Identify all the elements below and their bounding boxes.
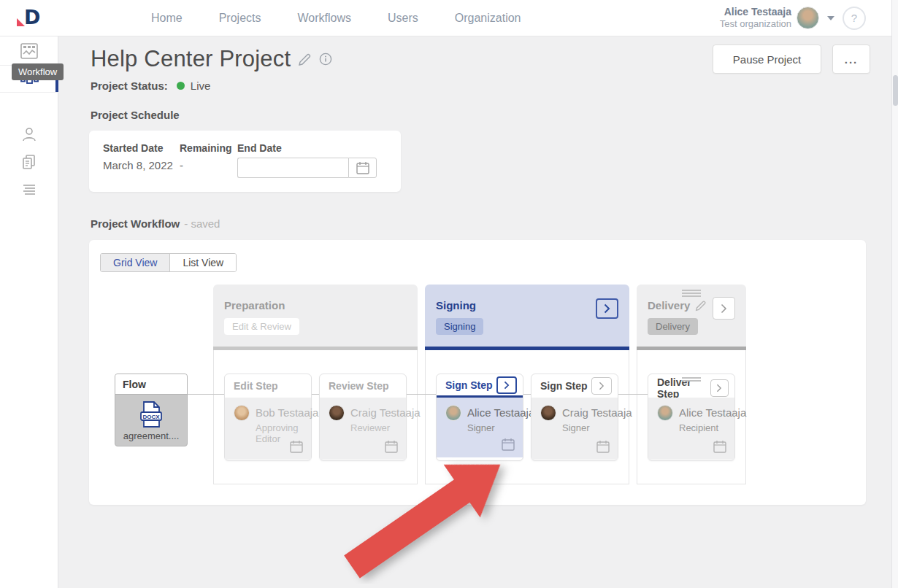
logo-letter: D xyxy=(24,6,40,28)
users-icon xyxy=(21,126,37,142)
question-mark-icon: ? xyxy=(851,12,857,24)
end-date-input[interactable] xyxy=(237,158,348,178)
calendar-icon xyxy=(384,439,399,454)
project-info-button[interactable] xyxy=(319,53,332,66)
step-role: Signer xyxy=(562,422,632,433)
calendar-icon xyxy=(289,439,304,454)
drag-handle-icon[interactable] xyxy=(682,290,701,298)
column-tag: Signing xyxy=(436,318,483,335)
help-button[interactable]: ? xyxy=(843,7,866,30)
chevron-down-icon[interactable] xyxy=(827,16,834,20)
pencil-icon[interactable] xyxy=(695,300,707,312)
remaining-value: - xyxy=(180,159,237,171)
grid-view-tab[interactable]: Grid View xyxy=(101,254,170,271)
step-person: Alice Testaaja xyxy=(467,405,534,421)
documents-icon xyxy=(21,154,37,170)
step-role: Reviewer xyxy=(350,422,421,433)
started-date-label: Started Date xyxy=(103,142,180,154)
step-card-sign[interactable]: Sign Step Craig Testaaja Signer xyxy=(531,374,618,461)
nav-item-organization[interactable]: Organization xyxy=(455,12,521,25)
column-title: Signing xyxy=(436,299,618,312)
calendar-icon xyxy=(356,160,370,175)
calendar-icon xyxy=(596,439,610,454)
column-tag: Delivery xyxy=(648,318,698,335)
step-person: Craig Testaaja xyxy=(350,405,421,421)
step-title: Sign Step xyxy=(445,379,493,391)
step-title: Sign Step xyxy=(540,380,588,392)
sidebar-item-logs[interactable] xyxy=(0,177,58,203)
calendar-icon xyxy=(713,439,727,454)
flow-file-name: agreement.... xyxy=(123,430,180,441)
chevron-right-icon xyxy=(504,381,510,390)
end-date-calendar-button[interactable] xyxy=(348,158,377,178)
step-card-deliver[interactable]: Deliver Step Alice Testaaja Recipient xyxy=(648,374,735,461)
avatar xyxy=(540,405,556,421)
avatar xyxy=(329,405,345,421)
step-title: Review Step xyxy=(329,380,388,392)
step-person: Alice Testaaja xyxy=(679,405,746,421)
dashboard-icon xyxy=(20,43,38,59)
open-column-button[interactable] xyxy=(713,297,735,320)
page-scrollbar[interactable] xyxy=(891,0,898,588)
open-step-button[interactable] xyxy=(496,376,517,394)
docx-file-icon: DOCX xyxy=(139,401,163,428)
step-role: Signer xyxy=(467,422,534,433)
nav-item-home[interactable]: Home xyxy=(151,12,183,25)
step-person: Craig Testaaja xyxy=(562,405,632,421)
chevron-right-icon xyxy=(716,384,722,392)
step-card-review[interactable]: Review Step Craig Testaaja Reviewer xyxy=(319,374,407,461)
main-nav: Home Projects Workflows Users Organizati… xyxy=(151,12,521,25)
view-toggle: Grid View List View xyxy=(100,253,237,272)
nav-item-projects[interactable]: Projects xyxy=(219,12,261,25)
edit-title-button[interactable] xyxy=(298,53,312,66)
pause-project-button[interactable]: Pause Project xyxy=(713,45,821,74)
app-logo[interactable]: D xyxy=(0,7,58,29)
pencil-icon xyxy=(298,53,312,66)
avatar xyxy=(445,405,461,421)
sidebar-item-users[interactable] xyxy=(0,121,58,147)
sidebar-item-documents[interactable] xyxy=(0,149,58,175)
calendar-icon xyxy=(501,437,515,452)
step-role: Approving Editor xyxy=(256,422,318,444)
saved-note: - saved xyxy=(184,217,220,230)
list-view-tab[interactable]: List View xyxy=(170,254,236,271)
page-title: Help Center Project xyxy=(91,46,291,72)
list-icon xyxy=(21,183,37,196)
scrollbar-thumb[interactable] xyxy=(893,75,898,106)
schedule-heading: Project Schedule xyxy=(91,109,891,121)
chevron-right-icon xyxy=(721,303,727,314)
project-status-label: Project Status: xyxy=(91,80,168,92)
open-column-button[interactable] xyxy=(596,298,618,319)
project-status-value: Live xyxy=(191,80,211,92)
end-date-label: End Date xyxy=(237,142,377,154)
sidebar xyxy=(0,36,58,588)
user-organization: Test organization xyxy=(720,18,791,30)
open-step-button[interactable] xyxy=(710,379,729,397)
chevron-right-icon xyxy=(604,303,610,314)
info-icon xyxy=(319,53,332,66)
chevron-right-icon xyxy=(599,382,605,390)
more-actions-button[interactable]: ... xyxy=(832,45,870,74)
step-card-sign-active[interactable]: Sign Step Alice Testaaja Signer xyxy=(436,374,523,461)
workflow-card: Grid View List View Flow DOCX agreement.… xyxy=(89,240,866,505)
column-tag: Edit & Review xyxy=(224,318,299,335)
top-navbar: D Home Projects Workflows Users Organiza… xyxy=(0,0,898,36)
flow-card-title: Flow xyxy=(115,374,187,395)
column-title: Preparation xyxy=(224,299,407,312)
svg-text:DOCX: DOCX xyxy=(142,413,160,419)
user-name: Alice Testaaja xyxy=(720,6,791,19)
avatar xyxy=(657,405,673,421)
user-info: Alice Testaaja Test organization xyxy=(720,6,791,31)
remaining-label: Remaining xyxy=(180,142,237,154)
sidebar-item-dashboard[interactable] xyxy=(0,36,58,66)
nav-item-workflows[interactable]: Workflows xyxy=(297,12,351,25)
nav-item-users[interactable]: Users xyxy=(388,12,418,25)
open-step-button[interactable] xyxy=(591,377,612,395)
workflow-tooltip: Workflow xyxy=(12,63,64,80)
status-dot-icon xyxy=(177,82,185,90)
step-card-edit[interactable]: Edit Step Bob Testaaja Approving Editor xyxy=(224,374,312,461)
flow-card[interactable]: Flow DOCX agreement.... xyxy=(115,374,188,446)
user-avatar[interactable] xyxy=(797,7,819,29)
drag-handle-icon[interactable] xyxy=(682,377,701,383)
step-person: Bob Testaaja xyxy=(256,405,318,421)
